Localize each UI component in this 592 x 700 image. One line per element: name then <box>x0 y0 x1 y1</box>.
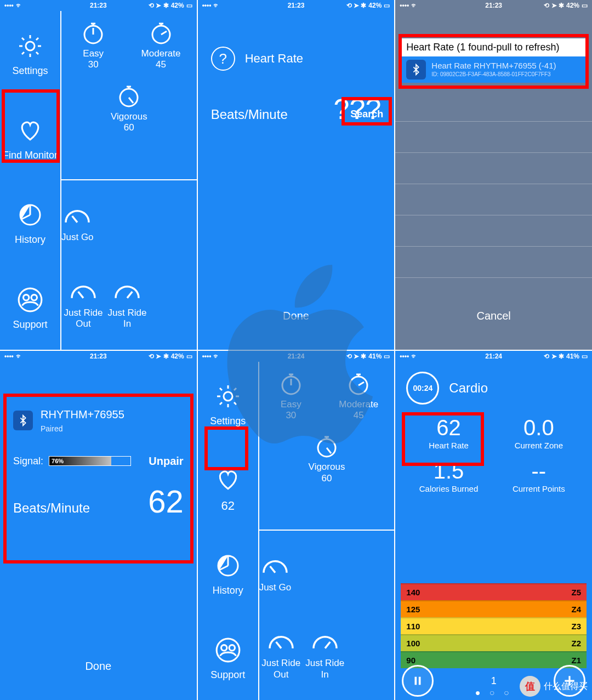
label: Find Monitor <box>3 150 58 161</box>
value: 30 <box>88 59 99 70</box>
zone-row: 140Z5 <box>401 583 587 600</box>
empty-rows <box>395 90 592 306</box>
done-button[interactable]: Done <box>0 660 197 673</box>
stopwatch-icon <box>311 430 343 462</box>
zone-row: 125Z4 <box>401 600 587 617</box>
panel-home-1: •••• ᯤ 21:23 ⟲ ➤ ✱ 42% ▭ Settings Find M… <box>0 0 197 350</box>
stat-current-zone: 0.0 Current Zone <box>497 417 581 450</box>
status-bar: •••• ᯤ 21:24 ⟲ ➤ ✱ 41% ▭ <box>198 351 395 362</box>
zone-chart: 140Z5125Z4110Z3100Z290Z1 <box>401 583 587 668</box>
gauge-icon <box>61 200 93 232</box>
label: Support <box>210 669 245 681</box>
tile-ride-out[interactable]: Just Ride Out <box>259 626 303 680</box>
tile-easy[interactable]: Easy30 <box>275 367 307 422</box>
search-button[interactable]: Search <box>345 103 389 125</box>
signal-label: Signal: <box>13 456 43 467</box>
sidebar-settings[interactable]: Settings <box>198 362 258 446</box>
gauge-icon <box>67 276 99 308</box>
sidebar: Settings 62 History Support <box>198 362 259 701</box>
stat-heart-rate: 62 Heart Rate <box>406 417 491 450</box>
stopwatch-icon <box>113 79 145 111</box>
svg-point-8 <box>224 392 232 401</box>
stopwatch-icon <box>145 16 177 48</box>
label: Just Go <box>61 232 94 243</box>
value: 60 <box>124 122 134 133</box>
tile-ride-out[interactable]: Just Ride Out <box>61 276 105 330</box>
pie-icon <box>212 550 244 582</box>
label: Just Ride Out <box>61 308 105 330</box>
device-name: RHYTHM+76955 <box>41 408 124 421</box>
cancel-button[interactable]: Cancel <box>395 310 592 322</box>
heart-rate-value: 62 <box>221 499 234 513</box>
status-bar: •••• ᯤ 21:23 ⟲ ➤ ✱ 42% ▭ <box>0 0 197 11</box>
heart-rate-title: Heart Rate <box>245 52 303 66</box>
tile-moderate[interactable]: Moderate 45 <box>141 16 181 71</box>
workout-title: Cardio <box>449 380 488 396</box>
sidebar-find-monitor[interactable]: Find Monitor <box>0 95 60 180</box>
svg-point-10 <box>217 639 240 662</box>
bpm-label: Beats/Minute <box>211 107 288 122</box>
help-icon[interactable]: ? <box>211 47 235 71</box>
device-row[interactable]: Heart Rate RHYTHM+76955 (-41) ID: 09802C… <box>402 56 585 83</box>
stat-points: -- Current Points <box>497 460 581 493</box>
svg-rect-17 <box>419 677 421 685</box>
sidebar: Settings Find Monitor History Support <box>0 11 61 350</box>
value: 45 <box>156 59 166 70</box>
svg-point-4 <box>31 294 37 300</box>
svg-point-12 <box>229 645 235 651</box>
bpm-value: 62 <box>148 483 184 520</box>
sidebar-support[interactable]: Support <box>198 616 258 700</box>
signal-bar: 76% <box>49 456 131 466</box>
signal-percent: 76% <box>52 457 64 465</box>
panel-paired: •••• ᯤ 21:23 ⟲ ➤ ✱ 42% ▭ RHYTHM+76955 Pa… <box>0 351 197 701</box>
page-number: 1 <box>491 675 497 687</box>
list-header: Heart Rate (1 found-pull to refresh) <box>402 38 585 56</box>
workout-tiles: Easy 30 Moderate 45 <box>61 11 197 350</box>
tile-just-go[interactable]: Just Go <box>61 200 94 243</box>
label: History <box>15 234 45 246</box>
zone-row: 110Z3 <box>401 617 587 634</box>
label: Just Ride In <box>105 308 149 330</box>
sidebar-history[interactable]: History <box>0 180 60 265</box>
gear-icon <box>212 380 244 412</box>
done-button[interactable]: Done <box>198 310 395 322</box>
status-bar: •••• ᯤ 21:24 ⟲ ➤ ✱ 41% ▭ <box>395 351 592 362</box>
tile-moderate[interactable]: Moderate45 <box>339 367 378 422</box>
svg-point-0 <box>26 42 35 50</box>
label: History <box>213 585 243 596</box>
gauge-icon <box>259 550 291 582</box>
label: Heart Rate <box>406 441 491 450</box>
stopwatch-icon <box>275 367 307 399</box>
tile-ride-in[interactable]: Just Ride In <box>303 626 347 680</box>
panel-heart-rate-search: •••• ᯤ 21:23 ⟲ ➤ ✱ 42% ▭ ? Heart Rate Se… <box>198 0 395 350</box>
sidebar-history[interactable]: History <box>198 531 258 615</box>
unpair-button[interactable]: Unpair <box>149 455 183 468</box>
gauge-icon <box>265 626 297 658</box>
tile-just-go[interactable]: Just Go <box>259 550 292 593</box>
label: Moderate <box>141 48 181 59</box>
bluetooth-icon <box>406 60 426 79</box>
label: Easy <box>83 48 104 59</box>
stopwatch-icon <box>343 367 374 399</box>
page-dots: ● ○ ○ <box>395 688 592 698</box>
panel-workout: •••• ᯤ 21:24 ⟲ ➤ ✱ 41% ▭ 00:24 Cardio 62… <box>395 351 592 701</box>
sidebar-settings[interactable]: Settings <box>0 11 60 95</box>
paired-label: Paired <box>41 424 124 433</box>
tile-vigorous[interactable]: Vigorous60 <box>309 430 345 484</box>
support-icon <box>14 284 46 316</box>
bluetooth-icon <box>13 411 33 430</box>
bpm-label: Beats/Minute <box>13 500 90 516</box>
panel-device-list: •••• ᯤ 21:23 ⟲ ➤ ✱ 42% ▭ Heart Rate (1 f… <box>395 0 592 350</box>
label: Vigorous <box>111 111 147 122</box>
sidebar-heart-rate[interactable]: 62 <box>198 446 258 531</box>
sidebar-support[interactable]: Support <box>0 265 60 349</box>
heart-icon <box>212 464 244 496</box>
svg-point-11 <box>221 645 226 651</box>
tile-easy[interactable]: Easy 30 <box>77 16 109 71</box>
tile-ride-in[interactable]: Just Ride In <box>105 276 149 330</box>
tile-vigorous[interactable]: Vigorous 60 <box>111 79 147 134</box>
status-bar: •••• ᯤ 21:23 ⟲ ➤ ✱ 42% ▭ <box>395 0 592 11</box>
device-name: Heart Rate RHYTHM+76955 (-41) <box>431 61 556 71</box>
gauge-icon <box>309 626 341 658</box>
value: 62 <box>406 417 491 439</box>
